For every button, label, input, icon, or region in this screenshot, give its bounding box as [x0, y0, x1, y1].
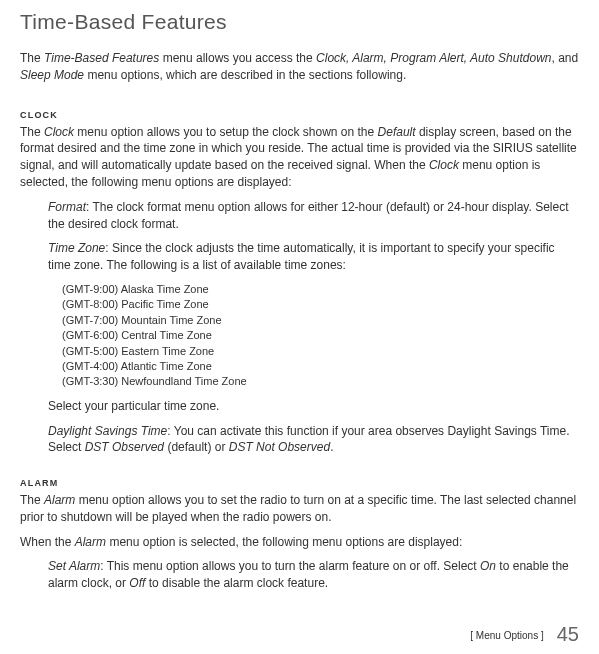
timezone-item: (GMT-5:00) Eastern Time Zone [62, 344, 579, 359]
timezone-item: (GMT-8:00) Pacific Time Zone [62, 297, 579, 312]
alarm-description: The Alarm menu option allows you to set … [20, 492, 579, 526]
alarm-options-intro: When the Alarm menu option is selected, … [20, 534, 579, 551]
timezone-item: (GMT-3:30) Newfoundland Time Zone [62, 374, 579, 389]
clock-description: The Clock menu option allows you to setu… [20, 124, 579, 191]
intro-paragraph: The Time-Based Features menu allows you … [20, 50, 579, 84]
timezone-item: (GMT-4:00) Atlantic Time Zone [62, 359, 579, 374]
page-footer: [ Menu Options ] 45 [470, 623, 579, 646]
clock-timezone-option: Time Zone: Since the clock adjusts the t… [20, 240, 579, 274]
timezone-item: (GMT-9:00) Alaska Time Zone [62, 282, 579, 297]
page-title: Time-Based Features [20, 10, 579, 34]
dst-option: Daylight Savings Time: You can activate … [20, 423, 579, 457]
page-number: 45 [557, 623, 579, 645]
set-alarm-option: Set Alarm: This menu option allows you t… [20, 558, 579, 592]
section-label-alarm: ALARM [20, 478, 579, 488]
clock-format-option: Format: The clock format menu option all… [20, 199, 579, 233]
timezone-list: (GMT-9:00) Alaska Time Zone (GMT-8:00) P… [20, 282, 579, 390]
footer-section-name: [ Menu Options ] [470, 630, 543, 641]
section-label-clock: CLOCK [20, 110, 579, 120]
timezone-item: (GMT-7:00) Mountain Time Zone [62, 313, 579, 328]
timezone-item: (GMT-6:00) Central Time Zone [62, 328, 579, 343]
select-timezone-instruction: Select your particular time zone. [20, 398, 579, 415]
